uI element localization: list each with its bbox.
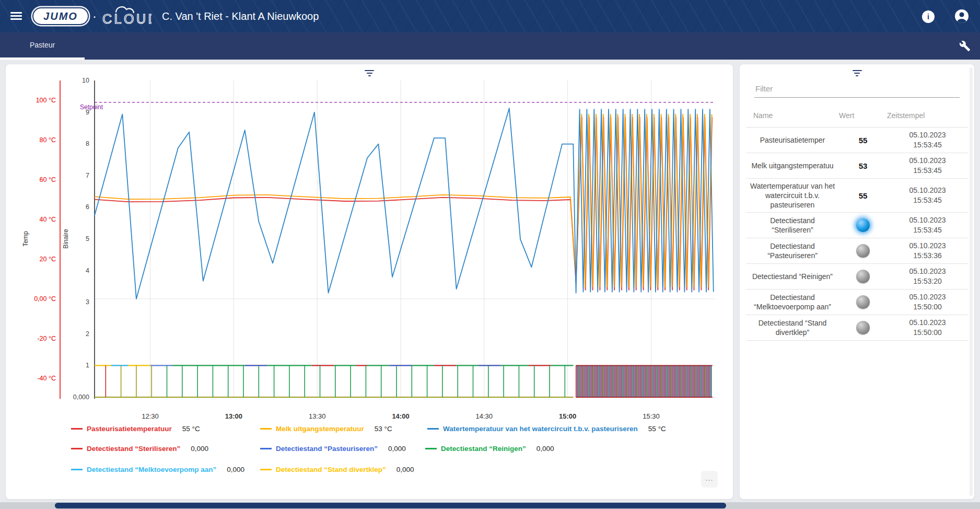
table-row[interactable]: Detectiestand “Steriliseren”05.10.202315… bbox=[746, 213, 968, 238]
svg-text:40 °C: 40 °C bbox=[40, 216, 56, 223]
svg-text:Temp: Temp bbox=[22, 231, 29, 247]
row-timestamp: 05.10.202315:53:45 bbox=[887, 186, 968, 205]
svg-text:15:30: 15:30 bbox=[643, 412, 660, 420]
account-icon[interactable] bbox=[954, 9, 969, 24]
table-row[interactable]: Detectiestand “Stand divertklep”05.10.20… bbox=[746, 315, 968, 341]
filter-input[interactable] bbox=[754, 82, 960, 98]
active-tab-underline bbox=[0, 57, 85, 60]
table-header: Name Wert Zeitstempel bbox=[746, 111, 968, 128]
wrench-icon[interactable] bbox=[959, 40, 971, 52]
app-header: JUMO · CLOUD C. Van 't Riet - Klant A Ni… bbox=[0, 0, 980, 32]
info-icon[interactable]: i bbox=[922, 10, 935, 23]
legend-value: 53 °C bbox=[375, 425, 392, 433]
row-name: Detectiestand “Pasteuriseren” bbox=[746, 241, 839, 260]
row-value bbox=[839, 295, 887, 309]
tab-bar: Pasteur bbox=[0, 32, 980, 60]
legend-color-dash bbox=[71, 469, 83, 470]
legend-color-dash bbox=[425, 448, 437, 449]
row-timestamp: 05.10.202315:53:45 bbox=[887, 156, 968, 176]
panel-filter-icon[interactable] bbox=[850, 68, 864, 78]
legend-label: Detectiestand “Stand divertklep” bbox=[276, 466, 386, 473]
table-row[interactable]: Detectiestand “Pasteuriseren”05.10.20231… bbox=[746, 238, 968, 264]
column-zeitstempel: Zeitstempel bbox=[887, 111, 968, 120]
legend-item[interactable]: Detectiestand “Reinigen”0,000 bbox=[425, 445, 554, 453]
table-row[interactable]: Watertemperatuur van het watercircuit t.… bbox=[746, 179, 968, 213]
panel-scrollbar[interactable] bbox=[970, 67, 973, 496]
row-timestamp: 05.10.202315:53:45 bbox=[887, 130, 968, 150]
legend-item[interactable]: Detectiestand “Stand divertklep”0,000 bbox=[260, 466, 414, 473]
svg-text:14:30: 14:30 bbox=[476, 412, 493, 420]
table-row[interactable]: Pasteurisatietemper5505.10.202315:53:45 bbox=[746, 128, 968, 153]
row-name: Pasteurisatietemper bbox=[746, 135, 839, 145]
row-value bbox=[839, 321, 887, 334]
svg-text:Binaire: Binaire bbox=[62, 229, 69, 249]
tab-pasteur-label: Pasteur bbox=[30, 41, 55, 49]
row-value: 55 bbox=[839, 191, 887, 200]
svg-text:14:00: 14:00 bbox=[392, 412, 409, 420]
status-led-off bbox=[856, 295, 870, 309]
legend-label: Detectiestand “Melktoevoerpomp aan” bbox=[87, 466, 216, 473]
more-options-button[interactable]: … bbox=[701, 471, 718, 488]
status-led-off bbox=[856, 244, 870, 258]
chart-svg: 12:3013:0013:3014:0014:3015:0015:30100 °… bbox=[6, 64, 734, 430]
svg-text:-40 °C: -40 °C bbox=[37, 375, 56, 382]
row-value bbox=[839, 270, 887, 283]
legend-value: 55 °C bbox=[648, 425, 666, 433]
legend-item[interactable]: Detectiestand “Melktoevoerpomp aan”0,000 bbox=[71, 466, 244, 473]
svg-text:15:00: 15:00 bbox=[559, 412, 576, 420]
svg-text:1: 1 bbox=[86, 362, 89, 369]
svg-text:13:00: 13:00 bbox=[225, 412, 242, 420]
table-row[interactable]: Detectiestand “Reinigen”05.10.202315:53:… bbox=[746, 264, 968, 290]
row-value: 55 bbox=[839, 136, 887, 145]
svg-text:0,00 °C: 0,00 °C bbox=[34, 295, 56, 303]
row-name: Detectiestand “Steriliseren” bbox=[746, 216, 839, 235]
row-timestamp: 05.10.202315:53:20 bbox=[887, 267, 968, 286]
legend-item[interactable]: Detectiestand “Steriliseren”0,000 bbox=[71, 445, 208, 453]
svg-text:12:30: 12:30 bbox=[142, 412, 159, 420]
svg-text:100 °C: 100 °C bbox=[36, 97, 56, 104]
jumo-logo-text: JUMO bbox=[43, 10, 78, 22]
legend-item[interactable]: Pasteurisatietemperatuur55 °C bbox=[71, 425, 200, 433]
legend-item[interactable]: Detectiestand “Pasteuriseren”0,000 bbox=[260, 445, 406, 453]
svg-text:8: 8 bbox=[86, 140, 89, 147]
legend-label: Detectiestand “Reinigen” bbox=[441, 445, 526, 453]
svg-text:80 °C: 80 °C bbox=[40, 136, 56, 144]
legend-label: Pasteurisatietemperatuur bbox=[87, 425, 172, 433]
svg-text:13:30: 13:30 bbox=[309, 412, 326, 420]
horizontal-scrollbar-track[interactable] bbox=[0, 502, 980, 509]
row-timestamp: 05.10.202315:50:00 bbox=[887, 292, 968, 312]
legend-color-dash bbox=[260, 469, 272, 470]
menu-icon[interactable] bbox=[10, 12, 22, 20]
legend-value: 0,000 bbox=[191, 445, 208, 453]
svg-text:6: 6 bbox=[86, 203, 89, 211]
svg-text:2: 2 bbox=[86, 330, 89, 338]
table-row[interactable]: Detectiestand “Melktoevoerpomp aan”05.10… bbox=[746, 290, 968, 315]
svg-text:Setpoint: Setpoint bbox=[80, 103, 103, 111]
row-timestamp: 05.10.202315:50:00 bbox=[887, 318, 968, 338]
row-value bbox=[839, 218, 887, 232]
tab-pasteur[interactable]: Pasteur bbox=[0, 32, 85, 60]
legend-label: Detectiestand “Steriliseren” bbox=[87, 445, 180, 453]
row-value bbox=[839, 244, 887, 258]
legend-value: 0,000 bbox=[388, 445, 406, 453]
values-panel: Name Wert Zeitstempel Pasteurisatietempe… bbox=[739, 64, 975, 500]
values-table: Name Wert Zeitstempel Pasteurisatietempe… bbox=[746, 111, 968, 341]
legend-color-dash bbox=[71, 428, 83, 430]
horizontal-scrollbar-thumb[interactable] bbox=[55, 503, 726, 508]
legend-item[interactable]: Melk uitgangstemperatuur53 °C bbox=[260, 425, 392, 433]
legend-value: 55 °C bbox=[182, 425, 200, 433]
svg-text:3: 3 bbox=[86, 298, 89, 306]
row-timestamp: 05.10.202315:53:36 bbox=[887, 241, 968, 261]
svg-text:10: 10 bbox=[82, 77, 89, 84]
svg-text:5: 5 bbox=[86, 235, 89, 242]
row-name: Detectiestand “Stand divertklep” bbox=[746, 318, 839, 337]
legend-item[interactable]: Watertemperatuur van het watercircuit t.… bbox=[427, 425, 666, 433]
legend-label: Watertemperatuur van het watercircuit t.… bbox=[443, 425, 638, 433]
legend-value: 0,000 bbox=[536, 445, 554, 453]
chart-canvas[interactable]: 12:3013:0013:3014:0014:3015:0015:30100 °… bbox=[6, 64, 734, 430]
row-name: Watertemperatuur van het watercircuit t.… bbox=[746, 181, 839, 210]
status-led-on bbox=[856, 218, 870, 232]
row-timestamp: 05.10.202315:53:45 bbox=[887, 215, 968, 235]
chart-card: 12:3013:0013:3014:0014:3015:0015:30100 °… bbox=[5, 64, 733, 500]
table-row[interactable]: Melk uitgangstemperatuu5305.10.202315:53… bbox=[746, 153, 968, 179]
